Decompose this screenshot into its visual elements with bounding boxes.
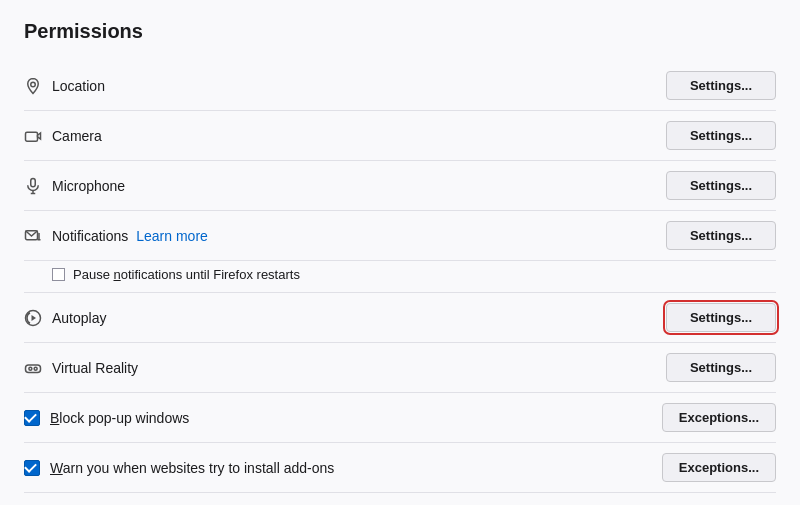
pause-notifications-row: Pause notifications until Firefox restar… bbox=[24, 261, 776, 293]
pause-notifications-checkbox[interactable] bbox=[52, 268, 65, 281]
autoplay-icon bbox=[24, 309, 42, 327]
permission-left-notifications: Notifications Learn more bbox=[24, 227, 208, 245]
autoplay-settings-button[interactable]: Settings... bbox=[666, 303, 776, 332]
microphone-settings-button[interactable]: Settings... bbox=[666, 171, 776, 200]
warn-addons-exceptions-button[interactable]: Exceptions... bbox=[662, 453, 776, 482]
permission-row-vr: Virtual Reality Settings... bbox=[24, 343, 776, 393]
permission-row-autoplay: Autoplay Settings... bbox=[24, 293, 776, 343]
svg-rect-3 bbox=[31, 178, 36, 186]
page-title: Permissions bbox=[24, 20, 776, 43]
permission-left-location: Location bbox=[24, 77, 105, 95]
svg-rect-1 bbox=[26, 132, 38, 141]
camera-settings-button[interactable]: Settings... bbox=[666, 121, 776, 150]
permission-row-block-popups: Block pop-up windows Exceptions... bbox=[24, 393, 776, 443]
svg-point-12 bbox=[34, 367, 37, 370]
microphone-label: Microphone bbox=[52, 178, 125, 194]
autoplay-label: Autoplay bbox=[52, 310, 106, 326]
camera-icon bbox=[24, 127, 42, 145]
camera-label: Camera bbox=[52, 128, 102, 144]
permission-left-block-popups: Block pop-up windows bbox=[24, 410, 189, 426]
permission-left-warn-addons: Warn you when websites try to install ad… bbox=[24, 460, 334, 476]
permission-row-microphone: Microphone Settings... bbox=[24, 161, 776, 211]
permission-left-microphone: Microphone bbox=[24, 177, 125, 195]
permission-left-vr: Virtual Reality bbox=[24, 359, 138, 377]
permission-left-autoplay: Autoplay bbox=[24, 309, 106, 327]
notifications-label: Notifications bbox=[52, 228, 128, 244]
permission-row-warn-addons: Warn you when websites try to install ad… bbox=[24, 443, 776, 493]
notifications-settings-button[interactable]: Settings... bbox=[666, 221, 776, 250]
notifications-icon bbox=[24, 227, 42, 245]
svg-rect-10 bbox=[26, 365, 41, 373]
warn-addons-checkbox[interactable] bbox=[24, 460, 40, 476]
pause-notifications-label[interactable]: Pause notifications until Firefox restar… bbox=[52, 267, 300, 282]
notifications-label-group: Notifications Learn more bbox=[52, 228, 208, 244]
notifications-learn-more-link[interactable]: Learn more bbox=[136, 228, 208, 244]
permission-left-camera: Camera bbox=[24, 127, 102, 145]
location-label: Location bbox=[52, 78, 105, 94]
block-popups-checkbox[interactable] bbox=[24, 410, 40, 426]
microphone-icon bbox=[24, 177, 42, 195]
location-settings-button[interactable]: Settings... bbox=[666, 71, 776, 100]
svg-point-11 bbox=[29, 367, 32, 370]
vr-settings-button[interactable]: Settings... bbox=[666, 353, 776, 382]
block-popups-label: Block pop-up windows bbox=[50, 410, 189, 426]
vr-icon bbox=[24, 359, 42, 377]
block-popups-exceptions-button[interactable]: Exceptions... bbox=[662, 403, 776, 432]
warn-addons-label: Warn you when websites try to install ad… bbox=[50, 460, 334, 476]
permission-row-camera: Camera Settings... bbox=[24, 111, 776, 161]
location-icon bbox=[24, 77, 42, 95]
pause-notifications-text: Pause notifications until Firefox restar… bbox=[73, 267, 300, 282]
permission-row-notifications: Notifications Learn more Settings... bbox=[24, 211, 776, 261]
permission-row-location: Location Settings... bbox=[24, 61, 776, 111]
vr-label: Virtual Reality bbox=[52, 360, 138, 376]
svg-point-0 bbox=[31, 82, 36, 87]
